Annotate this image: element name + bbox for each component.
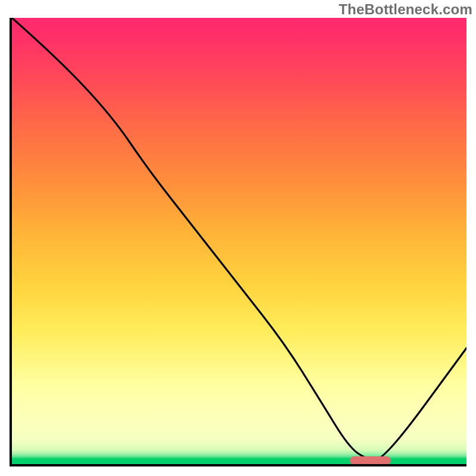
- bottleneck-curve: [12, 18, 466, 464]
- chart-area: [10, 18, 466, 466]
- curve-path: [12, 18, 466, 460]
- watermark-text: TheBottleneck.com: [339, 1, 472, 18]
- optimal-range-marker: [350, 456, 391, 465]
